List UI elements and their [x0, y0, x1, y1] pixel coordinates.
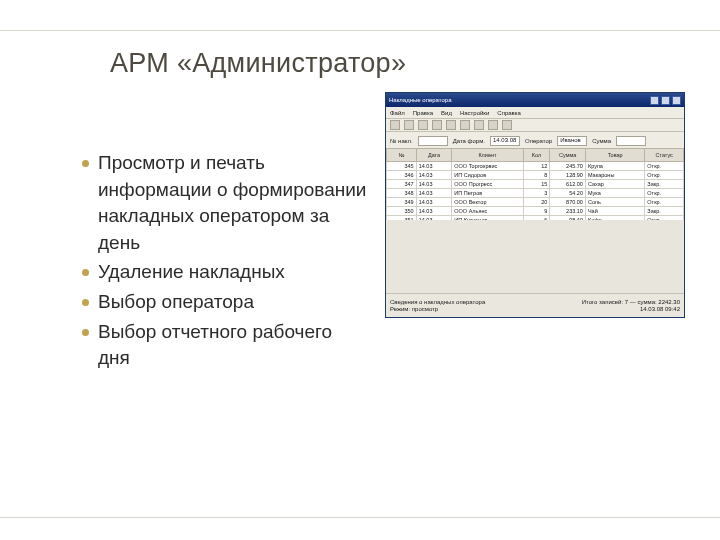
table-cell: 350 [387, 207, 417, 216]
status-text: Итого записей: 7 — сумма: 2242.30 [582, 299, 680, 305]
window-titlebar: Накладные оператора [386, 93, 684, 107]
table-header[interactable]: Товар [585, 149, 644, 162]
status-text: Сведения о накладных оператора [390, 299, 485, 305]
statusbar: Сведения о накладных оператора Итого зап… [386, 293, 684, 317]
slide: АРМ «Администратор» Просмотр и печать ин… [0, 0, 720, 540]
toolbar-button[interactable] [474, 120, 484, 130]
data-table: № Дата Клиент Кол Сумма Товар Статус 345… [386, 148, 684, 221]
table-cell: 345 [387, 162, 417, 171]
menubar: Файл Правка Вид Настройки Справка [386, 107, 684, 119]
filter-field-sum[interactable] [616, 136, 646, 146]
table-header[interactable]: № [387, 149, 417, 162]
table-cell: 347 [387, 180, 417, 189]
data-grid[interactable]: № Дата Клиент Кол Сумма Товар Статус 345… [386, 148, 684, 221]
close-icon[interactable] [672, 96, 681, 105]
toolbar-button[interactable] [432, 120, 442, 130]
toolbar-button[interactable] [488, 120, 498, 130]
status-text: Режим: просмотр [390, 306, 438, 312]
table-cell: 14.03 [416, 189, 452, 198]
window-buttons [650, 96, 681, 105]
table-cell: Откр. [645, 198, 684, 207]
table-cell: 612.00 [550, 180, 586, 189]
app-window: Накладные оператора Файл Правка Вид Наст… [385, 92, 685, 318]
maximize-icon[interactable] [661, 96, 670, 105]
toolbar-button[interactable] [418, 120, 428, 130]
table-cell: Откр. [645, 189, 684, 198]
menu-item[interactable]: Вид [441, 110, 452, 116]
table-row[interactable]: 34614.03ИП Сидоров8128.90МакароныОткр. [387, 171, 684, 180]
table-cell: 245.70 [550, 162, 586, 171]
table-cell: Мука [585, 189, 644, 198]
top-divider [0, 30, 720, 31]
toolbar [386, 119, 684, 132]
table-cell: 349 [387, 198, 417, 207]
table-row[interactable]: 34814.03ИП Петров354.20МукаОткр. [387, 189, 684, 198]
window-title: Накладные оператора [389, 97, 452, 103]
table-header[interactable]: Статус [645, 149, 684, 162]
table-cell: Откр. [645, 171, 684, 180]
filter-field-number[interactable] [418, 136, 448, 146]
filter-field-operator[interactable]: Иванов [557, 136, 587, 146]
table-header-row: № Дата Клиент Кол Сумма Товар Статус [387, 149, 684, 162]
minimize-icon[interactable] [650, 96, 659, 105]
filter-label-sum: Сумма [592, 138, 611, 144]
table-cell: 14.03 [416, 198, 452, 207]
bullet-item: Выбор отчетного рабочего дня [78, 319, 368, 372]
bullet-item: Выбор оператора [78, 289, 368, 316]
toolbar-button[interactable] [390, 120, 400, 130]
table-cell: 9 [523, 207, 550, 216]
bullet-item: Просмотр и печать информации о формирова… [78, 150, 368, 256]
table-row[interactable]: 34714.03ООО Прогресс15612.00СахарЗакр. [387, 180, 684, 189]
bullet-list: Просмотр и печать информации о формирова… [78, 150, 368, 375]
app-body-panel [386, 220, 684, 293]
table-cell: 12 [523, 162, 550, 171]
table-cell: 20 [523, 198, 550, 207]
menu-item[interactable]: Настройки [460, 110, 489, 116]
table-header[interactable]: Дата [416, 149, 452, 162]
toolbar-button[interactable] [446, 120, 456, 130]
table-cell: 14.03 [416, 162, 452, 171]
table-cell: ИП Сидоров [452, 171, 523, 180]
table-row[interactable]: 35014.03ООО Альянс9233.10ЧайЗакр. [387, 207, 684, 216]
filter-field-date[interactable]: 14.03.08 [490, 136, 520, 146]
table-header[interactable]: Сумма [550, 149, 586, 162]
table-cell: Сахар [585, 180, 644, 189]
table-cell: 14.03 [416, 180, 452, 189]
table-cell: 128.90 [550, 171, 586, 180]
table-cell: 870.00 [550, 198, 586, 207]
table-cell: 346 [387, 171, 417, 180]
table-cell: 233.10 [550, 207, 586, 216]
bottom-divider [0, 517, 720, 518]
table-cell: 14.03 [416, 171, 452, 180]
table-cell: Закр. [645, 180, 684, 189]
table-cell: 3 [523, 189, 550, 198]
table-cell: Соль [585, 198, 644, 207]
menu-item[interactable]: Справка [497, 110, 521, 116]
toolbar-button[interactable] [502, 120, 512, 130]
status-text: 14.03.08 09:42 [640, 306, 680, 312]
table-header[interactable]: Клиент [452, 149, 523, 162]
table-header[interactable]: Кол [523, 149, 550, 162]
table-cell: Закр. [645, 207, 684, 216]
table-cell: Макароны [585, 171, 644, 180]
toolbar-button[interactable] [404, 120, 414, 130]
table-cell: Чай [585, 207, 644, 216]
toolbar-button[interactable] [460, 120, 470, 130]
table-cell: ООО Вектор [452, 198, 523, 207]
table-cell: 54.20 [550, 189, 586, 198]
table-cell: 14.03 [416, 207, 452, 216]
table-cell: Крупа [585, 162, 644, 171]
table-cell: ООО Альянс [452, 207, 523, 216]
table-row[interactable]: 34514.03ООО Торгсервис12245.70КрупаОткр. [387, 162, 684, 171]
table-cell: ООО Прогресс [452, 180, 523, 189]
slide-title: АРМ «Администратор» [110, 48, 406, 79]
menu-item[interactable]: Правка [413, 110, 433, 116]
table-cell: Откр. [645, 162, 684, 171]
table-cell: ИП Петров [452, 189, 523, 198]
table-row[interactable]: 34914.03ООО Вектор20870.00СольОткр. [387, 198, 684, 207]
table-cell: 8 [523, 171, 550, 180]
menu-item[interactable]: Файл [390, 110, 405, 116]
table-cell: 348 [387, 189, 417, 198]
filter-label-date: Дата форм. [453, 138, 485, 144]
filter-label-number: № накл. [390, 138, 413, 144]
